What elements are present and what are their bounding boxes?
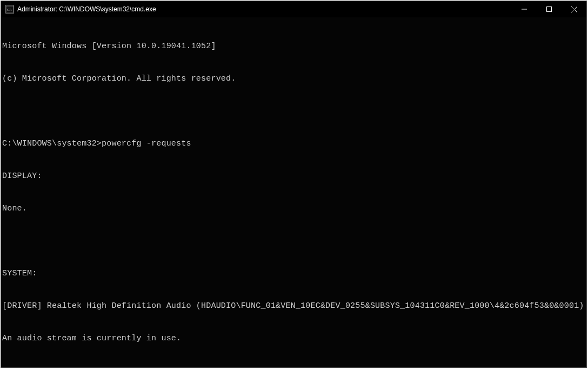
cmd-icon: C:\	[5, 5, 14, 14]
window-title: Administrator: C:\WINDOWS\system32\cmd.e…	[17, 5, 156, 13]
blank-line	[2, 106, 585, 117]
output-line: [DRIVER] Realtek High Definition Audio (…	[2, 301, 585, 312]
cmd-window: C:\ Administrator: C:\WINDOWS\system32\c…	[1, 1, 587, 368]
banner-line: Microsoft Windows [Version 10.0.19041.10…	[2, 41, 585, 52]
titlebar[interactable]: C:\ Administrator: C:\WINDOWS\system32\c…	[1, 1, 586, 17]
section-header: SYSTEM:	[2, 268, 585, 279]
blank-line	[2, 236, 585, 247]
prompt-path: C:\WINDOWS\system32>	[2, 139, 102, 148]
svg-rect-3	[547, 7, 552, 12]
prompt-line: C:\WINDOWS\system32>powercfg -requests	[2, 139, 585, 149]
window-controls	[512, 1, 586, 17]
minimize-button[interactable]	[512, 1, 537, 17]
section-header: DISPLAY:	[2, 171, 585, 182]
command-text: powercfg -requests	[102, 139, 191, 148]
banner-line: (c) Microsoft Corporation. All rights re…	[2, 74, 585, 84]
maximize-button[interactable]	[537, 1, 562, 17]
section-value: None.	[2, 203, 585, 214]
titlebar-left: C:\ Administrator: C:\WINDOWS\system32\c…	[5, 5, 156, 14]
close-button[interactable]	[562, 1, 586, 17]
output-line: An audio stream is currently in use.	[2, 333, 585, 344]
terminal-output[interactable]: Microsoft Windows [Version 10.0.19041.10…	[1, 17, 586, 367]
blank-line	[2, 366, 585, 367]
svg-text:C:\: C:\	[7, 8, 12, 12]
